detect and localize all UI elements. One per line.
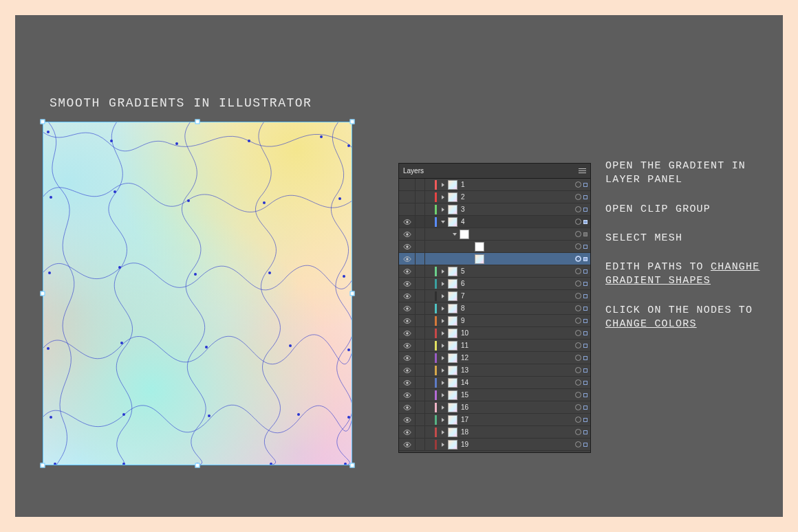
layer-name[interactable]: 17 — [461, 416, 575, 423]
mesh-node[interactable] — [270, 463, 272, 465]
lock-toggle[interactable] — [416, 439, 425, 450]
mesh-node[interactable] — [114, 190, 116, 193]
layer-name[interactable]: 2 — [461, 193, 575, 201]
target-icon[interactable] — [575, 268, 581, 274]
layer-thumbnail[interactable] — [475, 242, 484, 252]
disclosure-triangle[interactable] — [440, 268, 446, 275]
target-icon[interactable] — [575, 206, 581, 212]
mesh-node[interactable] — [120, 342, 123, 344]
layer-thumbnail[interactable] — [448, 390, 457, 400]
visibility-toggle[interactable] — [399, 439, 416, 450]
disclosure-triangle[interactable] — [440, 392, 446, 399]
sublayer-row-selected[interactable] — [399, 253, 590, 265]
target-icon[interactable] — [575, 355, 581, 361]
lock-toggle[interactable] — [416, 352, 425, 364]
layer-thumbnail[interactable] — [448, 341, 457, 351]
layers-tab[interactable]: Layers — [403, 167, 424, 175]
selection-indicator[interactable] — [583, 208, 587, 212]
lock-toggle[interactable] — [416, 401, 425, 413]
layer-row[interactable]: 1 — [399, 179, 590, 191]
selection-indicator[interactable] — [583, 307, 587, 311]
transform-handle[interactable] — [350, 291, 355, 296]
lock-toggle[interactable] — [416, 290, 425, 302]
layer-name[interactable]: 10 — [461, 329, 575, 337]
visibility-toggle[interactable] — [399, 352, 416, 364]
target-icon[interactable] — [575, 231, 581, 237]
mesh-node[interactable] — [289, 344, 292, 347]
mesh-node[interactable] — [54, 463, 56, 465]
layer-name[interactable]: 12 — [461, 354, 575, 362]
selection-indicator[interactable] — [583, 294, 587, 298]
mesh-path[interactable] — [182, 122, 206, 465]
layer-name[interactable]: 7 — [461, 292, 575, 300]
mesh-path[interactable] — [109, 122, 133, 465]
mesh-node[interactable] — [205, 346, 208, 348]
layer-row[interactable]: 7 — [399, 290, 590, 302]
layer-name[interactable]: 9 — [461, 317, 575, 324]
layer-thumbnail[interactable] — [448, 192, 457, 202]
selection-indicator[interactable] — [583, 381, 587, 385]
target-icon[interactable] — [575, 392, 581, 398]
mesh-node[interactable] — [347, 416, 350, 419]
disclosure-triangle[interactable] — [440, 206, 446, 213]
selection-indicator[interactable] — [583, 393, 587, 397]
target-icon[interactable] — [575, 293, 581, 299]
layer-row[interactable]: 8 — [399, 302, 590, 315]
visibility-toggle[interactable] — [399, 364, 416, 376]
layer-thumbnail[interactable] — [448, 353, 457, 363]
layer-name[interactable]: 4 — [461, 218, 575, 225]
layer-row[interactable]: 3 — [399, 203, 590, 216]
layer-name[interactable]: 11 — [461, 342, 575, 349]
layer-thumbnail[interactable] — [448, 180, 457, 190]
disclosure-triangle[interactable] — [440, 429, 446, 436]
disclosure-triangle[interactable] — [440, 293, 446, 300]
visibility-toggle[interactable] — [399, 377, 416, 388]
visibility-toggle[interactable] — [399, 216, 416, 228]
layer-name[interactable]: 1 — [461, 181, 575, 188]
selection-indicator[interactable] — [583, 344, 587, 348]
layer-thumbnail[interactable] — [460, 230, 469, 239]
mesh-node[interactable] — [48, 271, 51, 274]
layer-row[interactable]: 6 — [399, 278, 590, 290]
lock-toggle[interactable] — [416, 327, 425, 339]
target-icon[interactable] — [575, 280, 581, 287]
lock-toggle[interactable] — [416, 389, 425, 401]
visibility-toggle[interactable] — [399, 265, 416, 277]
layer-name[interactable]: 15 — [461, 391, 575, 399]
selection-indicator[interactable] — [583, 232, 587, 236]
visibility-toggle[interactable] — [399, 340, 416, 351]
selection-indicator[interactable] — [583, 443, 587, 447]
layer-name[interactable]: 19 — [461, 441, 575, 448]
target-icon[interactable] — [575, 243, 581, 250]
mesh-node[interactable] — [347, 144, 350, 147]
visibility-toggle[interactable] — [399, 191, 416, 203]
layer-thumbnail[interactable] — [448, 291, 457, 301]
mesh-node[interactable] — [263, 201, 266, 204]
transform-handle[interactable] — [350, 463, 355, 468]
mesh-node[interactable] — [122, 413, 125, 416]
layer-row[interactable]: 19 — [399, 439, 590, 451]
disclosure-triangle[interactable] — [440, 219, 446, 225]
layer-thumbnail[interactable] — [448, 378, 457, 388]
target-icon[interactable] — [575, 429, 581, 435]
selection-indicator[interactable] — [583, 195, 587, 199]
disclosure-triangle[interactable] — [440, 305, 446, 312]
disclosure-triangle[interactable] — [440, 194, 446, 201]
layer-name[interactable]: 18 — [461, 428, 575, 436]
mesh-node[interactable] — [208, 414, 211, 417]
layer-thumbnail[interactable] — [448, 316, 457, 326]
layers-panel-header[interactable]: Layers — [399, 164, 590, 179]
mesh-node[interactable] — [118, 266, 121, 269]
mesh-node[interactable] — [122, 463, 125, 465]
target-icon[interactable] — [575, 367, 581, 373]
selection-indicator[interactable] — [583, 368, 587, 373]
layer-row[interactable]: 17 — [399, 414, 590, 426]
mesh-node[interactable] — [344, 463, 347, 465]
target-icon[interactable] — [575, 330, 581, 336]
selection-indicator[interactable] — [583, 418, 587, 422]
mesh-path[interactable] — [43, 132, 352, 151]
selection-indicator[interactable] — [583, 220, 587, 224]
layer-row[interactable]: 2 — [399, 191, 590, 203]
lock-toggle[interactable] — [416, 265, 425, 277]
visibility-toggle[interactable] — [399, 327, 416, 339]
